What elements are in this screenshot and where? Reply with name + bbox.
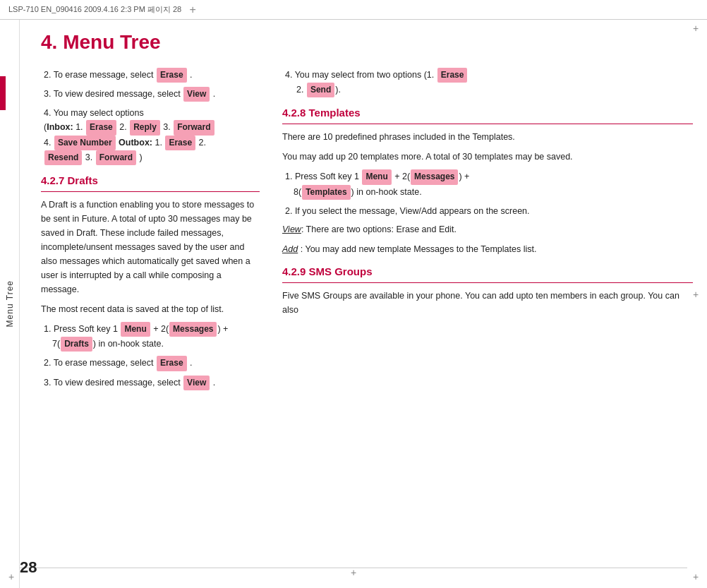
messages-badge-1: Messages bbox=[169, 322, 217, 337]
content-area: 4. Menu Tree 2. To erase message, select… bbox=[20, 20, 707, 588]
erase-badge-r1: Erase bbox=[437, 68, 468, 83]
list-item-2: 2. To erase message, select Erase . bbox=[41, 68, 260, 83]
view-badge-1: View bbox=[183, 87, 210, 102]
sidebar-red-bar bbox=[0, 76, 6, 110]
sidebar-tab: Menu Tree bbox=[0, 20, 20, 588]
main-layout: Menu Tree 4. Menu Tree 2. To erase messa… bbox=[0, 20, 707, 588]
drafts-badge: Drafts bbox=[61, 337, 92, 352]
resend-badge: Resend bbox=[44, 150, 82, 165]
right-item-4: 4. You may select from two options (1. E… bbox=[282, 68, 693, 97]
forward-badge-1: Forward bbox=[174, 120, 214, 135]
templates-add-line: Add : You may add new template Messages … bbox=[282, 242, 693, 256]
crosshair-bottom-right-icon: + bbox=[690, 571, 701, 582]
item3-text: 3. To view desired message, select bbox=[44, 89, 183, 99]
add-link: Add bbox=[282, 244, 298, 254]
section-drafts-heading: 4.2.7 Drafts bbox=[41, 172, 260, 192]
two-column-layout: 2. To erase message, select Erase . 3. T… bbox=[41, 68, 693, 581]
templates-view-line: View: There are two options: Erase and E… bbox=[282, 222, 693, 236]
section-sms-heading: 4.2.9 SMS Groups bbox=[282, 263, 693, 283]
erase-badge-3: Erase bbox=[165, 136, 195, 150]
left-column: 2. To erase message, select Erase . 3. T… bbox=[41, 68, 260, 581]
header-bar: LSP-710 EN_090416 2009.4.16 2:3 PM 페이지 2… bbox=[0, 0, 707, 20]
drafts-step-1: 1. Press Soft key 1 Menu + 2(Messages) +… bbox=[41, 322, 260, 352]
drafts-para-1: A Draft is a function enabling you to st… bbox=[41, 198, 260, 296]
templates-para-1: There are 10 predefined phrases included… bbox=[282, 130, 693, 144]
erase-badge-2: Erase bbox=[86, 120, 116, 135]
right-column: 4. You may select from two options (1. E… bbox=[282, 68, 693, 581]
list-item-3: 3. To view desired message, select View … bbox=[41, 87, 260, 102]
item2-text: 2. To erase message, select bbox=[44, 70, 156, 80]
templates-step-2: 2. If you select the message, View/Add a… bbox=[282, 204, 693, 218]
header-text: LSP-710 EN_090416 2009.4.16 2:3 PM 페이지 2… bbox=[8, 4, 181, 15]
bottom-crosshair-icon: + bbox=[351, 567, 356, 578]
list-item-4: 4. You may select options (Inbox: 1. Era… bbox=[41, 106, 260, 165]
page-number: 28 bbox=[20, 558, 37, 577]
section-templates-heading: 4.2.8 Templates bbox=[282, 104, 693, 124]
send-badge: Send bbox=[307, 83, 334, 97]
view-badge-2: View bbox=[183, 376, 210, 390]
erase-badge-4: Erase bbox=[157, 356, 187, 371]
drafts-step-3: 3. To view desired message, select View … bbox=[41, 376, 260, 390]
erase-badge-1: Erase bbox=[157, 68, 187, 83]
drafts-step-2: 2. To erase message, select Erase . bbox=[41, 356, 260, 371]
menu-badge-2: Menu bbox=[362, 169, 391, 184]
templates-step-1: 1. Press Soft key 1 Menu + 2(Messages) +… bbox=[282, 169, 693, 199]
messages-badge-2: Messages bbox=[411, 169, 458, 184]
menu-badge-1: Menu bbox=[121, 322, 150, 337]
templates-badge: Templates bbox=[302, 185, 350, 200]
sms-para: Five SMS Groups are available in your ph… bbox=[282, 289, 693, 317]
page-title: 4. Menu Tree bbox=[41, 31, 693, 54]
forward-badge-2: Forward bbox=[96, 150, 136, 165]
templates-para-2: You may add up 20 templates more. A tota… bbox=[282, 150, 693, 164]
drafts-para-2: The most recent data is saved at the top… bbox=[41, 302, 260, 316]
sidebar-label: Menu Tree bbox=[5, 280, 15, 327]
reply-badge: Reply bbox=[130, 120, 160, 135]
item4-text: 4. You may select options bbox=[44, 108, 144, 118]
page-wrapper: LSP-710 EN_090416 2009.4.16 2:3 PM 페이지 2… bbox=[0, 0, 707, 588]
header-crosshair-icon bbox=[187, 4, 198, 16]
view-link: View bbox=[282, 224, 301, 234]
item4-inbox-label: (Inbox: 1. bbox=[44, 122, 85, 132]
save-number-badge: Save Number bbox=[54, 136, 116, 150]
crosshair-bottom-left-icon: + bbox=[6, 571, 17, 582]
